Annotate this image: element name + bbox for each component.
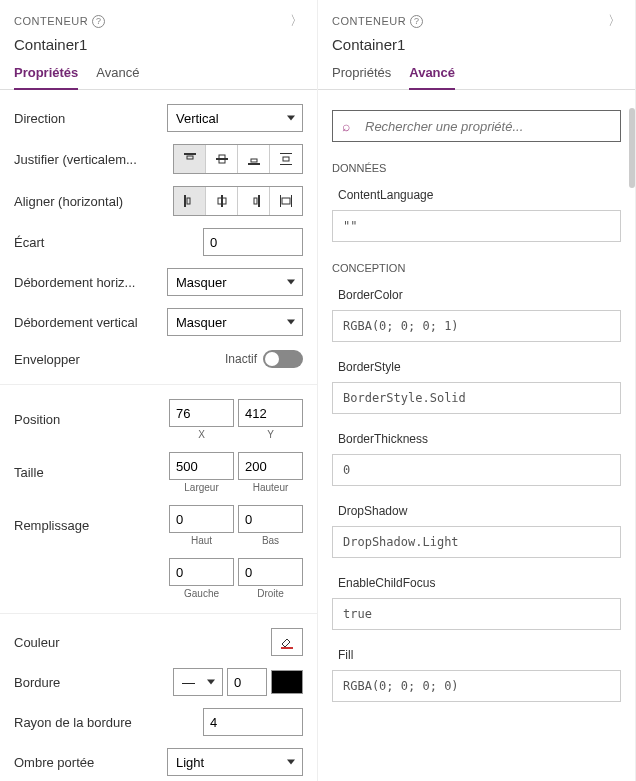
search-input[interactable] [332,110,621,142]
svg-rect-7 [280,164,292,165]
padding-right-input[interactable] [238,558,303,586]
radius-input[interactable] [203,708,303,736]
tab-properties[interactable]: Propriétés [14,65,78,90]
svg-rect-5 [251,159,257,162]
property-value[interactable]: RGBA(0; 0; 0; 1) [332,310,621,342]
width-input[interactable] [169,452,234,480]
svg-rect-10 [187,198,190,204]
search-icon: ⌕ [342,118,350,134]
property-name[interactable]: DropShadow [318,498,635,524]
fill-button[interactable] [271,628,303,656]
help-icon[interactable]: ? [92,15,105,28]
svg-rect-4 [248,163,260,165]
control-name: Container1 [14,36,303,53]
property-value[interactable]: BorderStyle.Solid [332,382,621,414]
align-end-icon[interactable] [238,187,270,215]
label-position: Position [14,412,169,427]
align-stretch-icon[interactable] [270,187,302,215]
property-name[interactable]: EnableChildFocus [318,570,635,596]
label-overflow-y: Débordement vertical [14,315,167,330]
label-size: Taille [14,465,169,480]
svg-rect-15 [280,195,281,207]
property-value[interactable]: "" [332,210,621,242]
control-name: Container1 [332,36,621,53]
section-title: CONCEPTION [318,254,635,282]
justify-between-icon[interactable] [270,145,302,173]
label-justify: Justifier (verticalem... [14,152,173,167]
justify-start-icon[interactable] [174,145,206,173]
padding-top-input[interactable] [169,505,234,533]
label-overflow-x: Débordement horiz... [14,275,167,290]
svg-rect-12 [218,198,226,204]
svg-rect-17 [282,198,290,204]
wrap-toggle[interactable] [263,350,303,368]
property-value[interactable]: RGBA(0; 0; 0; 0) [332,670,621,702]
label-padding: Remplissage [14,518,169,533]
svg-rect-1 [187,156,193,159]
property-name[interactable]: ContentLanguage [318,182,635,208]
help-icon[interactable]: ? [410,15,423,28]
tab-advanced[interactable]: Avancé [409,65,455,90]
label-color: Couleur [14,635,271,650]
label-direction: Direction [14,111,167,126]
panel-title: CONTENEUR [14,15,88,27]
justify-center-icon[interactable] [206,145,238,173]
overflow-x-select[interactable]: Masquer [167,268,303,296]
label-border: Bordure [14,675,173,690]
property-name[interactable]: BorderStyle [318,354,635,380]
svg-rect-16 [291,195,292,207]
svg-rect-0 [184,153,196,155]
property-value[interactable]: true [332,598,621,630]
properties-panel: CONTENEUR ? 〉 Container1 Propriétés Avan… [0,0,318,781]
property-value[interactable]: 0 [332,454,621,486]
label-align: Aligner (horizontal) [14,194,173,209]
gap-input[interactable] [203,228,303,256]
chevron-right-icon[interactable]: 〉 [608,12,621,30]
tab-advanced[interactable]: Avancé [96,65,139,89]
align-start-icon[interactable] [174,187,206,215]
position-y-input[interactable] [238,399,303,427]
svg-rect-2 [216,158,228,160]
property-name[interactable]: BorderThickness [318,426,635,452]
padding-left-input[interactable] [169,558,234,586]
padding-bottom-input[interactable] [238,505,303,533]
shadow-select[interactable]: Light [167,748,303,776]
svg-rect-13 [258,195,260,207]
svg-rect-8 [283,157,289,161]
align-center-icon[interactable] [206,187,238,215]
label-shadow: Ombre portée [14,755,167,770]
property-name[interactable]: Fill [318,642,635,668]
section-title: DONNÉES [318,154,635,182]
label-radius: Rayon de la bordure [14,715,203,730]
justify-end-icon[interactable] [238,145,270,173]
border-width-input[interactable] [227,668,267,696]
svg-rect-14 [254,198,257,204]
label-wrap: Envelopper [14,352,225,367]
height-input[interactable] [238,452,303,480]
advanced-panel: CONTENEUR ? 〉 Container1 Propriétés Avan… [318,0,636,781]
property-name[interactable]: BorderColor [318,282,635,308]
svg-rect-6 [280,153,292,154]
tab-properties[interactable]: Propriétés [332,65,391,89]
border-style-select[interactable]: — [173,668,223,696]
panel-title: CONTENEUR [332,15,406,27]
scrollbar[interactable] [629,108,635,188]
label-gap: Écart [14,235,203,250]
overflow-y-select[interactable]: Masquer [167,308,303,336]
direction-select[interactable]: Vertical [167,104,303,132]
border-color-swatch[interactable] [271,670,303,694]
property-value[interactable]: DropShadow.Light [332,526,621,558]
svg-rect-11 [221,195,223,207]
svg-rect-9 [184,195,186,207]
chevron-right-icon[interactable]: 〉 [290,12,303,30]
svg-rect-3 [219,155,225,163]
position-x-input[interactable] [169,399,234,427]
